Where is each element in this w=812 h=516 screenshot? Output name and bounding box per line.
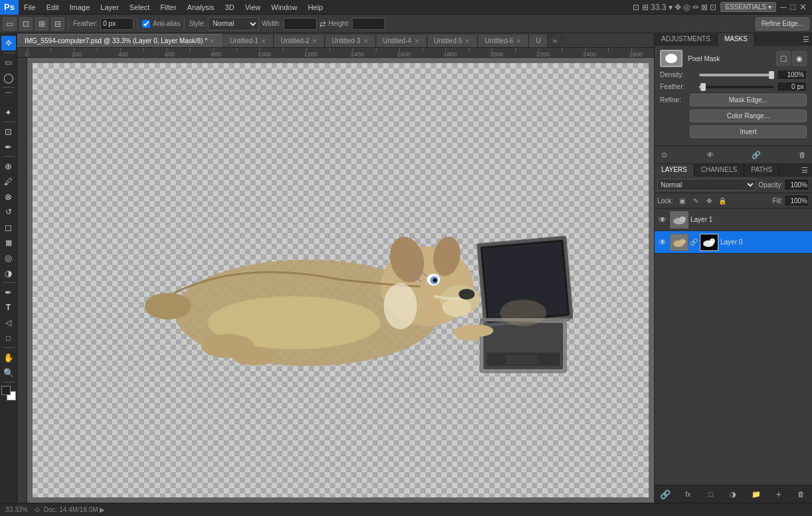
menu-3d[interactable]: 3D xyxy=(220,2,240,13)
tab-untitled4[interactable]: Untitled-4 ✕ xyxy=(376,34,427,47)
blend-mode-select[interactable]: Normal Multiply Screen Overlay xyxy=(657,179,756,191)
tool-group-btn[interactable]: ⊡ xyxy=(19,17,33,31)
pixel-mask-button[interactable] xyxy=(660,50,683,67)
lock-transparent-icon[interactable]: ▣ xyxy=(677,195,688,206)
layer-visibility-icon[interactable]: 👁 xyxy=(657,215,668,225)
dodge-tool[interactable]: ◑ xyxy=(1,266,16,280)
shape-tool[interactable]: □ xyxy=(1,331,16,345)
tool-add-btn[interactable]: ⊞ xyxy=(35,17,48,31)
lock-image-icon[interactable]: ✎ xyxy=(690,195,701,206)
feather-handle[interactable] xyxy=(700,83,706,91)
hand-tool[interactable]: ✋ xyxy=(1,350,16,365)
restore-button[interactable]: □ xyxy=(790,2,795,12)
masks-tab[interactable]: MASKS xyxy=(718,33,755,46)
feather-slider[interactable] xyxy=(699,86,774,88)
invert-button[interactable]: Invert xyxy=(690,126,807,138)
menu-image[interactable]: Image xyxy=(64,2,96,13)
menu-view[interactable]: View xyxy=(240,2,266,13)
close-icon[interactable]: ✕ xyxy=(261,38,266,44)
adjustments-tab[interactable]: ADJUSTMENTS xyxy=(655,33,718,46)
width-input[interactable] xyxy=(284,18,317,30)
add-vector-mask-btn[interactable]: ◉ xyxy=(792,51,807,66)
marquee-ellipse-tool[interactable]: ◯ xyxy=(1,70,16,85)
masks-link-icon[interactable]: 🔗 xyxy=(750,148,763,161)
layer-new-button[interactable]: + xyxy=(772,487,785,501)
tab-untitled2[interactable]: Untitled-2 ✕ xyxy=(274,34,325,47)
lock-all-icon[interactable]: 🔒 xyxy=(717,195,728,206)
fg-color-swatch[interactable] xyxy=(1,386,11,395)
layers-tab[interactable]: LAYERS xyxy=(655,164,694,177)
layer-visibility-icon-0[interactable]: 👁 xyxy=(657,237,668,248)
minimize-button[interactable]: ─ xyxy=(780,2,786,12)
pen-tool[interactable]: ✒ xyxy=(1,285,16,300)
layer-row-0[interactable]: 👁 🔗 xyxy=(655,231,812,254)
close-icon[interactable]: ✕ xyxy=(363,38,368,44)
type-tool[interactable]: T xyxy=(1,300,16,315)
density-handle[interactable] xyxy=(769,71,774,79)
channels-tab[interactable]: CHANNELS xyxy=(694,164,744,177)
tab-active[interactable]: IMG_5594-computer7.psd @ 33.3% (Layer 0,… xyxy=(17,34,222,47)
fill-input[interactable] xyxy=(784,195,809,207)
panel-options-icon[interactable]: ☰ xyxy=(800,33,812,46)
path-select-tool[interactable]: ◁ xyxy=(1,315,16,330)
status-icon[interactable]: ⊙ xyxy=(35,506,40,513)
tool-select-btn[interactable]: ▭ xyxy=(3,17,17,31)
crop-tool[interactable]: ⊡ xyxy=(1,124,16,139)
masks-eye-icon[interactable]: 👁 xyxy=(704,148,717,161)
menu-window[interactable]: Window xyxy=(266,2,303,13)
add-pixel-mask-btn[interactable]: □ xyxy=(776,51,791,66)
clone-stamp-tool[interactable]: ⊗ xyxy=(1,189,16,204)
refine-edge-button[interactable]: Refine Edge... xyxy=(756,17,809,31)
close-icon[interactable]: ✕ xyxy=(414,38,420,44)
close-button[interactable]: ✕ xyxy=(799,2,807,12)
marquee-rect-tool[interactable]: ▭ xyxy=(1,55,16,70)
mask-edge-button[interactable]: Mask Edge... xyxy=(690,94,807,106)
menu-file[interactable]: File xyxy=(19,2,41,13)
feather-input[interactable] xyxy=(100,18,133,30)
magic-wand-tool[interactable]: ✦ xyxy=(1,105,16,120)
layer-mask-button[interactable]: □ xyxy=(704,487,717,501)
lock-position-icon[interactable]: ✥ xyxy=(704,195,714,206)
masks-delete-icon[interactable]: 🗑 xyxy=(796,148,809,161)
layer-row-1[interactable]: 👁 Layer 1 xyxy=(655,209,812,231)
layer-delete-button[interactable]: 🗑 xyxy=(795,487,808,501)
height-input[interactable] xyxy=(352,18,385,30)
layers-panel-menu-button[interactable]: ☰ xyxy=(797,164,812,177)
move-tool[interactable]: ✥ xyxy=(1,36,16,50)
tab-untitled6[interactable]: Untitled-6 ✕ xyxy=(477,34,528,47)
healing-brush-tool[interactable]: ⊕ xyxy=(1,159,16,173)
swap-icon[interactable]: ⇄ xyxy=(319,19,326,29)
masks-filter-icon[interactable]: ⊙ xyxy=(657,148,671,161)
zoom-tool[interactable]: 🔍 xyxy=(1,365,16,380)
essentials-button[interactable]: ESSENTIALS ▾ xyxy=(720,2,775,12)
tabs-overflow-button[interactable]: » xyxy=(548,34,561,47)
close-icon[interactable]: ✕ xyxy=(516,38,521,44)
menu-analysis[interactable]: Analysis xyxy=(182,2,220,13)
layer-group-button[interactable]: 📁 xyxy=(750,487,763,501)
eyedropper-tool[interactable]: ✒ xyxy=(1,139,16,154)
layer-effects-button[interactable]: fx xyxy=(681,487,694,501)
close-icon[interactable]: ✕ xyxy=(312,38,317,44)
tab-close-active[interactable]: ✕ xyxy=(210,38,215,44)
layer-adjustment-button[interactable]: ◑ xyxy=(726,487,740,501)
color-range-button[interactable]: Color Range... xyxy=(690,110,807,122)
eraser-tool[interactable]: ◻ xyxy=(1,220,16,234)
layer-chain-icon[interactable]: 🔗 xyxy=(690,238,697,246)
doc-info-arrow[interactable]: ▶ xyxy=(100,506,105,513)
tab-untitled3[interactable]: Untitled-3 ✕ xyxy=(325,34,376,47)
blur-tool[interactable]: ◎ xyxy=(1,250,16,265)
menu-filter[interactable]: Filter xyxy=(155,2,181,13)
opacity-input[interactable] xyxy=(784,179,809,191)
anti-alias-checkbox[interactable] xyxy=(142,20,150,28)
menu-layer[interactable]: Layer xyxy=(95,2,124,13)
gradient-tool[interactable]: ▦ xyxy=(1,235,16,250)
tab-untitled5[interactable]: Untitled-5 ✕ xyxy=(427,34,478,47)
tab-untitled7[interactable]: U xyxy=(528,34,548,47)
menu-select[interactable]: Select xyxy=(124,2,155,13)
canvas-viewport[interactable] xyxy=(27,58,654,503)
style-select[interactable]: Normal Fixed Ratio Fixed Size xyxy=(208,17,259,31)
lasso-tool[interactable]: ⌒ xyxy=(1,90,16,104)
close-icon[interactable]: ✕ xyxy=(465,38,470,44)
menu-help[interactable]: Help xyxy=(303,2,329,13)
menu-edit[interactable]: Edit xyxy=(41,2,64,13)
